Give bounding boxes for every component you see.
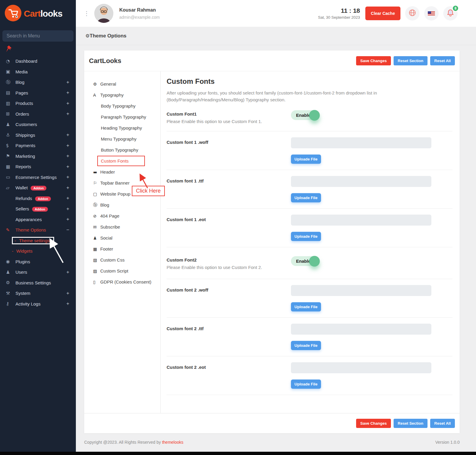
upload-file-button[interactable]: Uploade File xyxy=(291,380,321,389)
upload-file-button[interactable]: Uploade File xyxy=(291,193,321,202)
tnav-typography[interactable]: ATypography xyxy=(84,89,160,100)
toggle-knob[interactable] xyxy=(309,110,320,121)
file-path-input[interactable] xyxy=(291,137,431,148)
tnav-header[interactable]: ▬Header xyxy=(84,166,160,177)
expand-plus-icon[interactable]: + xyxy=(66,269,69,275)
expand-plus-icon[interactable]: + xyxy=(66,301,69,307)
expand-plus-icon[interactable]: + xyxy=(66,174,69,180)
reset-section-button[interactable]: Reset Section xyxy=(394,419,428,428)
clear-cache-button[interactable]: Clear Cache xyxy=(365,7,400,20)
tnav-heading-typography[interactable]: Heading Typography xyxy=(84,122,160,133)
theme-options-panel: CartLooks Save Changes Reset Section Res… xyxy=(84,51,460,433)
tnav-body-typography[interactable]: Body Typography xyxy=(84,100,160,111)
panel-title: CartLooks xyxy=(89,57,121,65)
language-globe-button[interactable] xyxy=(405,6,419,21)
sidebar-item-reports[interactable]: ▦Reports+ xyxy=(0,161,76,172)
sidebar-item-marketing[interactable]: ⚑Marketing+ xyxy=(0,151,76,162)
save-changes-button[interactable]: Save Changes xyxy=(356,419,391,428)
pushpin-icon[interactable] xyxy=(5,45,76,53)
tnav-404-page[interactable]: ⊘404 Page xyxy=(84,210,160,221)
blog-icon: ⓑ xyxy=(6,79,14,85)
sidebar-item-customers[interactable]: ♟Customers xyxy=(0,119,76,130)
sidebar-item-theme-options[interactable]: ✎Theme Options− xyxy=(0,225,76,235)
reset-all-button[interactable]: Reset All xyxy=(430,419,455,428)
sidebar-item-ecommerce-settings[interactable]: ▭Ecommerce Settings+ xyxy=(0,172,76,183)
sidebar-item-media[interactable]: ▣Media xyxy=(0,67,76,77)
tnav-custom-script[interactable]: ▨Custom Script xyxy=(84,265,160,276)
upload-file-button[interactable]: Uploade File xyxy=(291,302,321,311)
save-changes-button[interactable]: Save Changes xyxy=(356,56,391,65)
tnav-blog[interactable]: ⓑBlog xyxy=(84,199,160,210)
collapse-minus-icon[interactable]: − xyxy=(66,227,69,233)
upload-file-button[interactable]: Uploade File xyxy=(291,155,321,164)
tnav-custom-fonts[interactable]: Custom Fonts xyxy=(84,155,160,166)
expand-plus-icon[interactable]: + xyxy=(66,206,69,212)
upload-file-button[interactable]: Uploade File xyxy=(291,341,321,350)
clock: 11 : 18 Sat, 30 September 2023 xyxy=(318,7,360,20)
sidebar-item-plugins[interactable]: ◉Plugins xyxy=(0,256,76,267)
sidebar-item-theme-settings[interactable]: -Theme settings xyxy=(0,235,76,246)
brand-logo[interactable]: Cartlooks xyxy=(0,0,76,23)
vertical-dots-icon[interactable]: ⋮ xyxy=(84,10,90,17)
pages-icon: ▤ xyxy=(6,90,14,95)
sidebar-item-widgets[interactable]: -Widgets xyxy=(0,246,76,256)
expand-plus-icon[interactable]: + xyxy=(66,90,69,96)
sidebar-item-business-settings[interactable]: ⚙Business Settings xyxy=(0,278,76,288)
sidebar-item-dashboard[interactable]: ◔Dashboard xyxy=(0,56,76,67)
toggle-knob[interactable] xyxy=(309,256,320,267)
sidebar-item-wallet[interactable]: ▱WalletAddon+ xyxy=(0,182,76,193)
expand-plus-icon[interactable]: + xyxy=(66,185,69,191)
custom-font1-enable-toggle[interactable]: Enable xyxy=(291,110,318,120)
expand-plus-icon[interactable]: + xyxy=(66,132,69,138)
sidebar-item-shippings[interactable]: ⚓Shippings+ xyxy=(0,130,76,141)
sidebar-item-orders[interactable]: ⊞Orders+ xyxy=(0,109,76,119)
file-path-input[interactable] xyxy=(291,324,431,335)
tnav-social[interactable]: ♟Social xyxy=(84,232,160,243)
sidebar-item-appearances[interactable]: Appearances+ xyxy=(0,214,76,225)
sidebar-item-system[interactable]: ⚒System+ xyxy=(0,288,76,299)
custom-font2-enable-toggle[interactable]: Enable xyxy=(291,256,318,266)
avatar[interactable] xyxy=(94,4,113,23)
tnav-footer[interactable]: ▦Footer xyxy=(84,243,160,254)
themelooks-link[interactable]: themelooks xyxy=(162,440,184,445)
notifications-button[interactable]: 8 xyxy=(443,6,458,21)
file-path-input[interactable] xyxy=(291,362,431,373)
tnav-menu-typography[interactable]: Menu Typography xyxy=(84,133,160,144)
reset-all-button[interactable]: Reset All xyxy=(430,56,455,65)
breadcrumb-label: Theme Options xyxy=(90,33,126,39)
sidebar-item-pages[interactable]: ▤Pages+ xyxy=(0,88,76,98)
file-path-input[interactable] xyxy=(291,176,431,187)
upload-file-button[interactable]: Uploade File xyxy=(291,232,321,241)
tnav-custom-css[interactable]: ▧Custom Css xyxy=(84,254,160,265)
sidebar-item-activity-logs[interactable]: ⚷Activity Logs+ xyxy=(0,299,76,309)
customers-icon: ♟ xyxy=(6,122,14,127)
sidebar-item-sellers[interactable]: SellersAddon+ xyxy=(0,204,76,214)
file-path-input[interactable] xyxy=(291,285,431,296)
sidebar-item-users[interactable]: ♟Users+ xyxy=(0,267,76,278)
expand-plus-icon[interactable]: + xyxy=(66,216,69,222)
panel-header: CartLooks Save Changes Reset Section Res… xyxy=(84,51,460,71)
expand-plus-icon[interactable]: + xyxy=(66,100,69,106)
expand-plus-icon[interactable]: + xyxy=(66,153,69,159)
expand-plus-icon[interactable]: + xyxy=(66,164,69,170)
reset-section-button[interactable]: Reset Section xyxy=(394,56,428,65)
expand-plus-icon[interactable]: + xyxy=(66,143,69,149)
expand-plus-icon[interactable]: + xyxy=(66,111,69,117)
tnav-general[interactable]: ⚙General xyxy=(84,78,160,89)
tnav-paragraph-typography[interactable]: Paragraph Typography xyxy=(84,111,160,122)
tnav-gdpr[interactable]: ▯GDPR (Cookies Consent) xyxy=(84,276,160,287)
sidebar-item-products[interactable]: ▥Products+ xyxy=(0,98,76,109)
expand-plus-icon[interactable]: + xyxy=(66,290,69,296)
sidebar-item-blog[interactable]: ⓑBlog+ xyxy=(0,77,76,88)
window-icon: ▭ xyxy=(6,174,14,180)
expand-plus-icon[interactable]: + xyxy=(66,195,69,201)
file-path-input[interactable] xyxy=(291,215,431,226)
tnav-button-typography[interactable]: Button Typography xyxy=(84,144,160,155)
tnav-subscribe[interactable]: ✉Subscribe xyxy=(84,221,160,232)
search-input[interactable] xyxy=(2,30,73,42)
sidebar-item-payments[interactable]: $Payments+ xyxy=(0,140,76,151)
sidebar-item-refunds[interactable]: RefundsAddon+ xyxy=(0,193,76,204)
locale-flag-button[interactable] xyxy=(424,6,439,21)
addon-badge: Addon xyxy=(31,186,46,190)
expand-plus-icon[interactable]: + xyxy=(66,79,69,85)
